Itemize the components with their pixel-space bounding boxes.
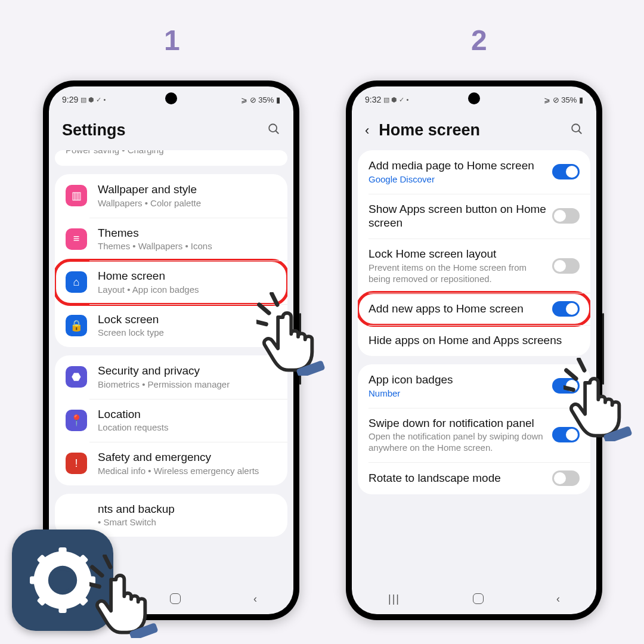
row-title: Hide apps on Home and Apps screens <box>369 333 580 348</box>
toggle-switch[interactable] <box>552 470 580 486</box>
nav-recent-icon[interactable]: ||| <box>388 593 400 605</box>
row-icon: ⬣ <box>66 366 87 388</box>
list-item[interactable]: ⬣ Security and privacy Biometrics • Perm… <box>55 355 287 399</box>
page-header: Settings <box>49 113 293 150</box>
row-title: Security and privacy <box>98 364 277 378</box>
svg-rect-8 <box>82 576 95 584</box>
row-icon: 🔒 <box>66 315 87 336</box>
settings-app-icon[interactable] <box>12 530 113 631</box>
svg-point-13 <box>53 571 73 590</box>
home-screen-card-2: App icon badges Number Swipe down for no… <box>358 364 590 494</box>
row-title: Add media page to Home screen <box>369 159 546 173</box>
row-subtitle: Location requests <box>98 422 277 434</box>
list-item[interactable]: 🔒 Lock screen Screen lock type <box>55 304 287 348</box>
row-subtitle: Prevent items on the Home screen from be… <box>369 262 546 285</box>
row-title: Home screen <box>98 269 277 283</box>
svg-point-2 <box>572 124 580 132</box>
row-title: Lock screen <box>98 312 277 327</box>
row-title: Rotate to landscape mode <box>369 471 546 485</box>
row-icon: ! <box>66 453 87 474</box>
toggle-switch[interactable] <box>552 301 580 317</box>
nav-bar[interactable]: ||| ‹ <box>352 587 596 611</box>
svg-rect-6 <box>58 600 66 613</box>
list-item[interactable]: Swipe down for notification panel Open t… <box>358 408 590 462</box>
svg-rect-5 <box>58 547 66 561</box>
settings-card-security: ⬣ Security and privacy Biometrics • Perm… <box>55 355 287 485</box>
nav-home-icon[interactable] <box>170 593 181 604</box>
row-title: App icon badges <box>369 373 546 387</box>
row-subtitle: Layout • App icon badges <box>98 284 277 296</box>
row-title: Lock Home screen layout <box>369 247 546 261</box>
row-icon: ≡ <box>66 228 87 250</box>
row-subtitle: Number <box>369 388 546 400</box>
row-title: Wallpaper and style <box>98 182 277 197</box>
toggle-switch[interactable] <box>552 258 580 274</box>
page-title: Home screen <box>379 121 480 140</box>
row-icon: ▥ <box>66 185 87 206</box>
camera-icon <box>165 92 177 104</box>
settings-card-prev: Power saving • Charging <box>55 150 287 166</box>
toggle-switch[interactable] <box>552 427 580 442</box>
search-icon[interactable] <box>570 122 583 138</box>
row-title: Show Apps screen button on Home screen <box>369 202 546 231</box>
row-subtitle: Google Discover <box>369 174 546 185</box>
camera-icon <box>468 92 480 104</box>
step-number-2: 2 <box>471 24 487 57</box>
svg-point-0 <box>269 124 277 132</box>
row-subtitle: Screen lock type <box>98 327 277 339</box>
toggle-switch[interactable] <box>552 164 580 179</box>
step-number-1: 1 <box>164 24 180 57</box>
row-title: Themes <box>98 226 277 240</box>
settings-card-display: ▥ Wallpaper and style Wallpapers • Color… <box>55 174 287 347</box>
row-subtitle: Wallpapers • Color palette <box>98 198 277 209</box>
svg-line-3 <box>578 131 581 134</box>
row-title: Add new apps to Home screen <box>369 302 546 316</box>
row-title: Location <box>98 407 277 422</box>
row-subtitle: Themes • Wallpapers • Icons <box>98 241 277 252</box>
list-item[interactable]: Add new apps to Home screen <box>358 293 590 325</box>
row-icon <box>66 504 87 526</box>
list-item[interactable]: ⌂ Home screen Layout • App icon badges <box>55 261 287 304</box>
row-title: Safety and emergency <box>98 450 277 465</box>
toggle-switch[interactable] <box>552 208 580 224</box>
list-item[interactable]: Add media page to Home screen Google Dis… <box>358 150 590 194</box>
list-item[interactable]: Show Apps screen button on Home screen <box>358 194 590 239</box>
list-item[interactable]: ≡ Themes Themes • Wallpapers • Icons <box>55 218 287 261</box>
page-header: ‹ Home screen <box>352 113 596 150</box>
nav-back-icon[interactable]: ‹ <box>253 593 257 605</box>
search-icon[interactable] <box>267 122 280 138</box>
row-subtitle: • Smart Switch <box>98 517 277 528</box>
list-item[interactable]: Rotate to landscape mode <box>358 462 590 494</box>
row-title: nts and backup <box>98 502 277 516</box>
back-icon[interactable]: ‹ <box>365 123 369 138</box>
row-icon: 📍 <box>66 410 87 431</box>
list-item[interactable]: Lock Home screen layout Prevent items on… <box>358 239 590 293</box>
svg-line-1 <box>275 131 278 134</box>
list-item[interactable]: Hide apps on Home and Apps screens <box>358 325 590 356</box>
row-subtitle: Open the notification panel by swiping d… <box>369 431 546 454</box>
row-subtitle: Medical info • Wireless emergency alerts <box>98 466 277 477</box>
nav-home-icon[interactable] <box>473 593 484 604</box>
row-title: Swipe down for notification panel <box>369 416 546 431</box>
row-icon: ⌂ <box>66 271 87 293</box>
nav-back-icon[interactable]: ‹ <box>556 593 560 605</box>
list-item[interactable]: App icon badges Number <box>358 364 590 408</box>
list-item[interactable]: ! Safety and emergency Medical info • Wi… <box>55 442 287 485</box>
toggle-switch[interactable] <box>552 378 580 394</box>
page-title: Settings <box>62 121 126 140</box>
list-item[interactable]: 📍 Location Location requests <box>55 399 287 442</box>
list-item[interactable]: ▥ Wallpaper and style Wallpapers • Color… <box>55 174 287 218</box>
svg-rect-7 <box>30 576 43 584</box>
row-subtitle: Biometrics • Permission manager <box>98 379 277 391</box>
phone-2: 9:32▧ ⬢ ✓ • ⩾ ⊘ 35% ▮ ‹ Home screen Add … <box>346 80 602 620</box>
home-screen-card-1: Add media page to Home screen Google Dis… <box>358 150 590 356</box>
